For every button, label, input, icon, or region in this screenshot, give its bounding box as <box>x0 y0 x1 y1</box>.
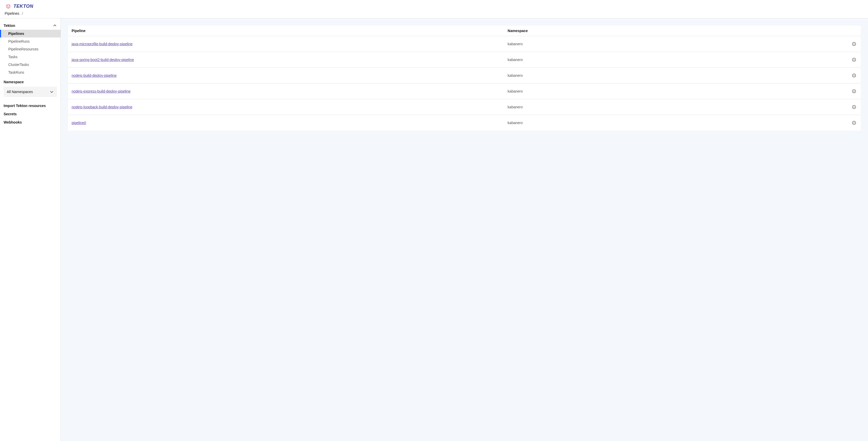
breadcrumb-separator: / <box>21 11 25 15</box>
info-icon <box>852 42 856 46</box>
info-icon <box>852 89 856 93</box>
sidebar-item-label: Tasks <box>8 55 18 59</box>
svg-rect-20 <box>854 123 854 124</box>
info-icon <box>852 58 856 62</box>
sidebar-item-label: TaskRuns <box>8 70 24 74</box>
svg-rect-5 <box>854 44 854 45</box>
sidebar-link-label: Webhooks <box>4 120 22 124</box>
chevron-down-icon <box>50 90 54 94</box>
svg-point-13 <box>854 90 854 91</box>
sidebar-item-tasks[interactable]: Tasks <box>0 53 61 61</box>
pipeline-link[interactable]: java-microprofile-build-deploy-pipeline <box>71 42 133 46</box>
sidebar-item-label: PipelineRuns <box>8 39 30 43</box>
sidebar-link-label: Secrets <box>4 112 17 116</box>
svg-rect-8 <box>854 59 854 61</box>
sidebar-item-pipelineruns[interactable]: PipelineRuns <box>0 37 61 45</box>
table-row: nodejs-loopback-build-deploy-pipelinekab… <box>68 99 861 115</box>
svg-rect-17 <box>854 107 854 108</box>
table-row: nodejs-build-deploy-pipelinekabanero <box>68 68 861 84</box>
table-header-actions <box>821 26 861 36</box>
table-row: java-spring-boot2-build-deploy-pipelinek… <box>68 52 861 68</box>
breadcrumb-item[interactable]: Pipelines <box>5 11 20 15</box>
pipeline-link[interactable]: java-spring-boot2-build-deploy-pipeline <box>71 58 134 62</box>
namespace-cell: kabanero <box>504 52 821 68</box>
namespace-cell: kabanero <box>504 115 821 131</box>
namespace-cell: kabanero <box>504 99 821 115</box>
sidebar-group-tekton[interactable]: Tekton <box>0 22 61 30</box>
namespace-cell: kabanero <box>504 84 821 99</box>
table-header-namespace: Namespace <box>504 26 821 36</box>
pipeline-link[interactable]: nodejs-build-deploy-pipeline <box>71 73 117 77</box>
svg-point-2 <box>8 6 9 7</box>
sidebar-group-label: Tekton <box>4 24 15 28</box>
info-icon <box>852 105 856 109</box>
svg-point-19 <box>854 122 854 122</box>
sidebar-item-label: ClusterTasks <box>8 63 29 67</box>
svg-rect-11 <box>854 75 854 76</box>
table-row: pipeline0kabanero <box>68 115 861 131</box>
sidebar: Tekton Pipelines PipelineRuns PipelineRe… <box>0 18 61 441</box>
table-header-pipeline: Pipeline <box>68 26 504 36</box>
namespace-cell: kabanero <box>504 36 821 52</box>
row-info-button[interactable] <box>851 120 857 126</box>
tekton-cat-icon <box>5 3 12 10</box>
chevron-up-icon <box>53 24 57 28</box>
sidebar-link-secrets[interactable]: Secrets <box>0 110 61 118</box>
logo-text: TEKTON <box>13 4 33 9</box>
sidebar-item-pipelineresources[interactable]: PipelineResources <box>0 45 61 53</box>
row-info-button[interactable] <box>851 104 857 110</box>
breadcrumb: Pipelines / <box>5 11 863 15</box>
pipeline-link[interactable]: pipeline0 <box>71 121 86 125</box>
svg-point-7 <box>854 59 854 59</box>
table-row: java-microprofile-build-deploy-pipelinek… <box>68 36 861 52</box>
namespace-cell: kabanero <box>504 68 821 84</box>
table-row: nodejs-express-build-deploy-pipelinekaba… <box>68 84 861 99</box>
pipelines-table: Pipeline Namespace java-microprofile-bui… <box>68 26 861 130</box>
row-info-button[interactable] <box>851 88 857 94</box>
namespace-select[interactable]: All Namespaces <box>4 87 57 97</box>
sidebar-link-webhooks[interactable]: Webhooks <box>0 118 61 126</box>
info-icon <box>852 73 856 77</box>
info-icon <box>852 121 856 125</box>
sidebar-link-label: Import Tekton resources <box>4 104 46 108</box>
sidebar-item-pipelines[interactable]: Pipelines <box>0 30 61 37</box>
top-bar: TEKTON Pipelines / <box>0 0 868 18</box>
svg-rect-14 <box>854 91 854 92</box>
sidebar-item-taskruns[interactable]: TaskRuns <box>0 68 61 76</box>
sidebar-item-label: PipelineResources <box>8 47 38 51</box>
sidebar-link-import[interactable]: Import Tekton resources <box>0 102 61 110</box>
main-content: Pipeline Namespace java-microprofile-bui… <box>61 18 868 441</box>
row-info-button[interactable] <box>851 41 857 47</box>
namespace-section-label: Namespace <box>0 76 61 86</box>
svg-point-16 <box>854 106 854 106</box>
sidebar-item-clustertasks[interactable]: ClusterTasks <box>0 61 61 68</box>
sidebar-item-label: Pipelines <box>8 32 24 36</box>
svg-point-1 <box>7 6 8 7</box>
pipeline-link[interactable]: nodejs-loopback-build-deploy-pipeline <box>71 105 132 109</box>
row-info-button[interactable] <box>851 57 857 63</box>
logo[interactable]: TEKTON <box>5 3 33 10</box>
namespace-selected-value: All Namespaces <box>7 90 33 94</box>
pipeline-link[interactable]: nodejs-express-build-deploy-pipeline <box>71 89 130 93</box>
svg-point-10 <box>854 74 854 75</box>
svg-point-4 <box>854 43 854 43</box>
row-info-button[interactable] <box>851 72 857 78</box>
